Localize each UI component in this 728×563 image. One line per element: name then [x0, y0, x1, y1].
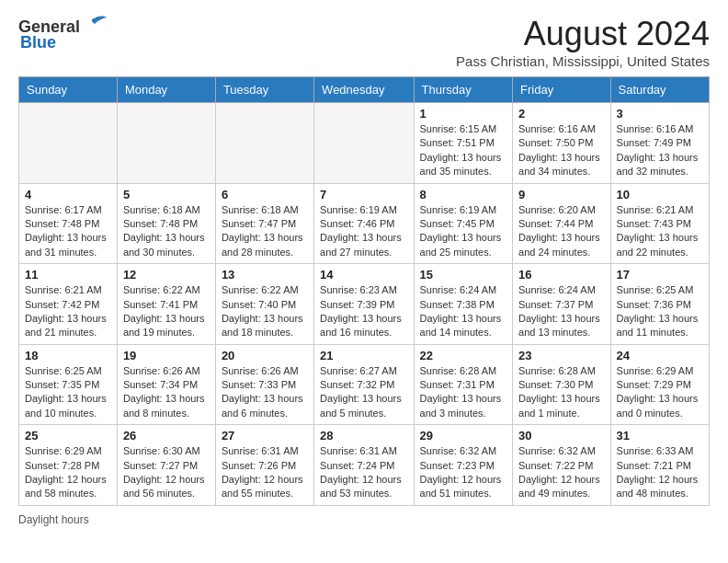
day-info: Sunrise: 6:24 AMSunset: 7:37 PMDaylight:… [518, 283, 605, 340]
calendar-table: SundayMondayTuesdayWednesdayThursdayFrid… [18, 76, 710, 506]
calendar-cell: 1Sunrise: 6:15 AMSunset: 7:51 PMDaylight… [414, 103, 513, 184]
day-info: Sunrise: 6:16 AMSunset: 7:50 PMDaylight:… [518, 122, 605, 179]
day-number: 28 [320, 429, 407, 442]
calendar-header-monday: Monday [117, 77, 215, 103]
day-number: 14 [320, 268, 407, 282]
day-info: Sunrise: 6:28 AMSunset: 7:31 PMDaylight:… [420, 364, 507, 421]
day-number: 23 [518, 349, 605, 362]
calendar-cell: 16Sunrise: 6:24 AMSunset: 7:37 PMDayligh… [513, 264, 611, 345]
calendar-header-thursday: Thursday [414, 77, 513, 103]
day-number: 25 [25, 429, 111, 442]
calendar-cell: 20Sunrise: 6:26 AMSunset: 7:33 PMDayligh… [215, 344, 313, 425]
calendar-cell: 23Sunrise: 6:28 AMSunset: 7:30 PMDayligh… [513, 344, 611, 425]
day-number: 2 [518, 107, 605, 121]
day-info: Sunrise: 6:19 AMSunset: 7:45 PMDaylight:… [420, 203, 507, 260]
calendar-cell: 13Sunrise: 6:22 AMSunset: 7:40 PMDayligh… [215, 264, 313, 345]
calendar-cell: 8Sunrise: 6:19 AMSunset: 7:45 PMDaylight… [414, 183, 513, 264]
day-number: 16 [518, 268, 605, 282]
day-info: Sunrise: 6:18 AMSunset: 7:47 PMDaylight:… [222, 203, 308, 260]
day-number: 12 [123, 268, 210, 282]
calendar-cell: 14Sunrise: 6:23 AMSunset: 7:39 PMDayligh… [314, 264, 414, 345]
day-info: Sunrise: 6:31 AMSunset: 7:26 PMDaylight:… [222, 444, 308, 501]
footer-note: Daylight hours [18, 513, 710, 526]
logo: General Blue [18, 15, 108, 52]
day-info: Sunrise: 6:15 AMSunset: 7:51 PMDaylight:… [420, 122, 507, 179]
day-number: 8 [420, 188, 507, 201]
day-number: 19 [123, 349, 210, 362]
calendar-header-saturday: Saturday [610, 77, 709, 103]
calendar-cell: 22Sunrise: 6:28 AMSunset: 7:31 PMDayligh… [414, 344, 513, 425]
calendar-header-wednesday: Wednesday [314, 77, 414, 103]
calendar-cell: 12Sunrise: 6:22 AMSunset: 7:41 PMDayligh… [117, 264, 215, 345]
calendar-cell [19, 103, 118, 184]
calendar-cell [117, 103, 215, 184]
month-year-title: August 2024 [456, 15, 710, 53]
day-number: 21 [320, 349, 407, 362]
calendar-header-tuesday: Tuesday [215, 77, 313, 103]
day-number: 17 [617, 268, 703, 282]
day-number: 1 [420, 107, 507, 121]
day-number: 7 [320, 188, 407, 201]
day-number: 27 [222, 429, 308, 442]
day-number: 24 [617, 349, 703, 362]
calendar-week-row: 1Sunrise: 6:15 AMSunset: 7:51 PMDaylight… [19, 103, 710, 184]
day-info: Sunrise: 6:18 AMSunset: 7:48 PMDaylight:… [123, 203, 210, 260]
calendar-cell: 19Sunrise: 6:26 AMSunset: 7:34 PMDayligh… [117, 344, 215, 425]
day-number: 13 [222, 268, 308, 282]
day-number: 4 [25, 188, 111, 201]
calendar-cell: 11Sunrise: 6:21 AMSunset: 7:42 PMDayligh… [19, 264, 118, 345]
calendar-cell: 27Sunrise: 6:31 AMSunset: 7:26 PMDayligh… [215, 425, 313, 506]
calendar-cell: 24Sunrise: 6:29 AMSunset: 7:29 PMDayligh… [610, 344, 709, 425]
calendar-cell: 6Sunrise: 6:18 AMSunset: 7:47 PMDaylight… [215, 183, 313, 264]
day-number: 26 [123, 429, 210, 442]
calendar-cell: 25Sunrise: 6:29 AMSunset: 7:28 PMDayligh… [19, 425, 118, 506]
calendar-cell: 15Sunrise: 6:24 AMSunset: 7:38 PMDayligh… [414, 264, 513, 345]
calendar-cell: 2Sunrise: 6:16 AMSunset: 7:50 PMDaylight… [513, 103, 611, 184]
calendar-cell: 28Sunrise: 6:31 AMSunset: 7:24 PMDayligh… [314, 425, 414, 506]
day-number: 29 [420, 429, 507, 442]
header: General Blue August 2024 Pass Christian,… [18, 15, 710, 69]
day-info: Sunrise: 6:22 AMSunset: 7:41 PMDaylight:… [123, 283, 210, 340]
calendar-cell: 3Sunrise: 6:16 AMSunset: 7:49 PMDaylight… [610, 103, 709, 184]
day-info: Sunrise: 6:27 AMSunset: 7:32 PMDaylight:… [320, 364, 407, 421]
calendar-cell [215, 103, 313, 184]
calendar-week-row: 25Sunrise: 6:29 AMSunset: 7:28 PMDayligh… [19, 425, 710, 506]
day-info: Sunrise: 6:32 AMSunset: 7:23 PMDaylight:… [420, 444, 507, 501]
day-number: 20 [222, 349, 308, 362]
day-info: Sunrise: 6:28 AMSunset: 7:30 PMDaylight:… [518, 364, 605, 421]
day-info: Sunrise: 6:21 AMSunset: 7:43 PMDaylight:… [617, 203, 703, 260]
calendar-cell: 31Sunrise: 6:33 AMSunset: 7:21 PMDayligh… [610, 425, 709, 506]
calendar-header-row: SundayMondayTuesdayWednesdayThursdayFrid… [19, 77, 710, 103]
calendar-cell: 21Sunrise: 6:27 AMSunset: 7:32 PMDayligh… [314, 344, 414, 425]
day-info: Sunrise: 6:29 AMSunset: 7:28 PMDaylight:… [25, 444, 111, 501]
day-number: 3 [617, 107, 703, 121]
day-number: 11 [25, 268, 111, 282]
day-info: Sunrise: 6:20 AMSunset: 7:44 PMDaylight:… [518, 203, 605, 260]
day-info: Sunrise: 6:19 AMSunset: 7:46 PMDaylight:… [320, 203, 407, 260]
logo-blue: Blue [20, 33, 56, 52]
calendar-cell: 4Sunrise: 6:17 AMSunset: 7:48 PMDaylight… [19, 183, 118, 264]
calendar-cell: 18Sunrise: 6:25 AMSunset: 7:35 PMDayligh… [19, 344, 118, 425]
calendar-cell [314, 103, 414, 184]
calendar-cell: 30Sunrise: 6:32 AMSunset: 7:22 PMDayligh… [513, 425, 611, 506]
calendar-cell: 26Sunrise: 6:30 AMSunset: 7:27 PMDayligh… [117, 425, 215, 506]
day-number: 5 [123, 188, 210, 201]
calendar-cell: 29Sunrise: 6:32 AMSunset: 7:23 PMDayligh… [414, 425, 513, 506]
calendar-header-sunday: Sunday [19, 77, 118, 103]
day-number: 6 [222, 188, 308, 201]
calendar-cell: 10Sunrise: 6:21 AMSunset: 7:43 PMDayligh… [610, 183, 709, 264]
calendar-week-row: 18Sunrise: 6:25 AMSunset: 7:35 PMDayligh… [19, 344, 710, 425]
calendar-header-friday: Friday [513, 77, 611, 103]
day-info: Sunrise: 6:21 AMSunset: 7:42 PMDaylight:… [25, 283, 111, 340]
day-number: 30 [518, 429, 605, 442]
day-info: Sunrise: 6:24 AMSunset: 7:38 PMDaylight:… [420, 283, 507, 340]
day-info: Sunrise: 6:32 AMSunset: 7:22 PMDaylight:… [518, 444, 605, 501]
day-number: 15 [420, 268, 507, 282]
day-number: 31 [617, 429, 703, 442]
day-number: 9 [518, 188, 605, 201]
day-info: Sunrise: 6:26 AMSunset: 7:33 PMDaylight:… [222, 364, 308, 421]
calendar-week-row: 11Sunrise: 6:21 AMSunset: 7:42 PMDayligh… [19, 264, 710, 345]
day-info: Sunrise: 6:25 AMSunset: 7:36 PMDaylight:… [617, 283, 703, 340]
day-number: 18 [25, 349, 111, 362]
logo-bird-icon [82, 15, 108, 35]
